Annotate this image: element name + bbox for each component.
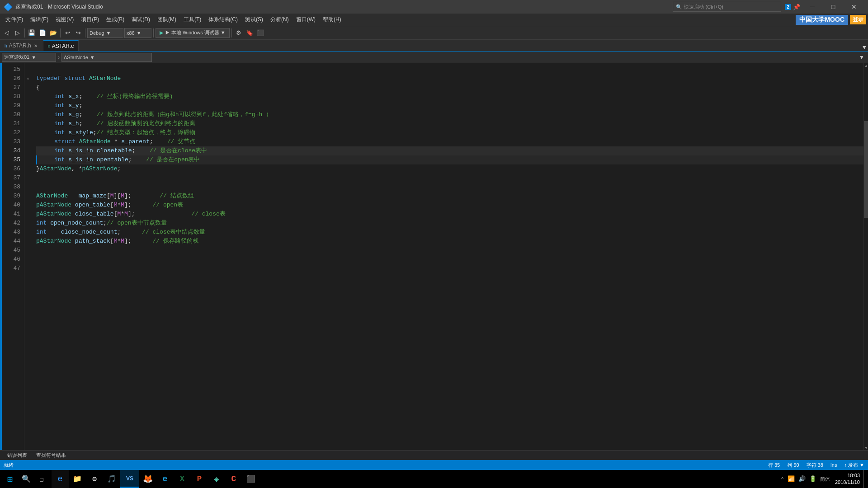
menu-project[interactable]: 项目(P) — [77, 14, 103, 26]
toolbar-redo[interactable]: ↪ — [73, 28, 83, 38]
scroll-top-btn[interactable]: ▲ — [864, 63, 868, 68]
menu-arch[interactable]: 体系结构(C) — [205, 14, 241, 26]
loc-expand[interactable]: ▼ — [859, 54, 866, 61]
collapse-btn-26[interactable]: ▽ — [24, 74, 32, 83]
tray-keyboard[interactable]: 简体 — [819, 476, 831, 483]
tab-icon-h: h — [5, 43, 7, 48]
taskbar-icon-settings[interactable]: ⚙ — [86, 470, 103, 488]
debug-config-dropdown[interactable]: Debug ▼ — [87, 28, 123, 38]
platform-dropdown[interactable]: x86 ▼ — [124, 28, 151, 38]
toolbar-sep5 — [231, 28, 232, 38]
menu-test[interactable]: 测试(S) — [241, 14, 267, 26]
start-button[interactable]: ⊞ — [1, 470, 19, 488]
status-ins: Ins — [830, 462, 837, 468]
line-26: 26 — [2, 74, 20, 83]
toolbar-sep1 — [24, 28, 25, 38]
taskbar-icon-excel[interactable]: X — [174, 470, 191, 488]
taskbar-icon-unknown2[interactable]: C — [225, 470, 242, 488]
menu-view[interactable]: 视图(V) — [52, 14, 77, 26]
symbol-dropdown[interactable]: AStarNode ▼ — [61, 53, 152, 62]
status-ready: 就绪 — [4, 462, 14, 469]
toolbar-misc3[interactable]: ⬛ — [255, 28, 265, 38]
login-button[interactable]: 登录 — [850, 15, 866, 24]
app-icon: 🔷 — [4, 3, 13, 11]
tray-time[interactable]: 18:03 2018/11/10 — [832, 472, 863, 486]
project-dropdown[interactable]: 迷宫游戏01 ▼ — [2, 53, 56, 62]
code-line-37 — [36, 174, 863, 183]
scroll-bottom-btn[interactable]: ▼ — [864, 446, 868, 450]
run-button[interactable]: ▶ ▶ 本地 Windows 调试器 ▼ — [156, 28, 230, 38]
menu-file[interactable]: 文件(F) — [2, 14, 27, 26]
code-line-47 — [36, 264, 863, 273]
toolbar-save[interactable]: 💾 — [27, 28, 37, 38]
taskbar-icon-media[interactable]: 🎵 — [103, 470, 120, 488]
code-line-30: int s_g; // 起点到此点的距离（由g和h可以得到f，此处f省略，f=g… — [36, 110, 863, 119]
code-line-42: int open_node_count;// open表中节点数量 — [36, 219, 863, 228]
tray-volume[interactable]: 🔊 — [797, 475, 807, 483]
search-taskbar[interactable]: 🔍 — [19, 470, 33, 488]
tab-astar-c[interactable]: c ASTAR.c — [43, 40, 79, 51]
menu-team[interactable]: 团队(M) — [154, 14, 180, 26]
taskbar-icon-ie[interactable]: e — [156, 470, 174, 488]
menu-tools[interactable]: 工具(T) — [180, 14, 205, 26]
panel-tab-find[interactable]: 查找符号结果 — [33, 450, 70, 460]
tray-network[interactable]: 📶 — [786, 475, 796, 483]
line-37: 37 — [2, 174, 20, 183]
menu-debug[interactable]: 调试(D) — [128, 14, 154, 26]
tab-astar-h[interactable]: h ASTAR.h ✕ — [0, 40, 43, 51]
toolbar-sep3 — [85, 28, 85, 38]
status-row[interactable]: 行 35 — [768, 462, 780, 469]
status-char: 字符 38 — [807, 462, 823, 469]
tab-close-h[interactable]: ✕ — [33, 43, 38, 49]
toolbar-misc[interactable]: ⚙ — [234, 28, 244, 38]
menu-build[interactable]: 生成(B) — [103, 14, 128, 26]
line-30: 30 — [2, 110, 20, 119]
code-line-27: { — [36, 83, 863, 92]
code-line-29: int s_y; — [36, 101, 863, 110]
status-publish[interactable]: ↑ 发布 ▼ — [844, 462, 865, 469]
menu-help[interactable]: 帮助(H) — [319, 14, 345, 26]
titlebar: 🔷 迷宫游戏01 - Microsoft Visual Studio 🔍 快速启… — [0, 0, 868, 14]
task-view[interactable]: ❑ — [33, 470, 50, 488]
tray-chevron[interactable]: ⌃ — [779, 476, 785, 482]
code-editor[interactable]: typedef struct AStarNode { int s_x; // 坐… — [32, 63, 863, 450]
taskbar-icon-edge[interactable]: e — [52, 470, 69, 488]
vertical-scrollbar[interactable]: ▲ ▼ — [863, 63, 868, 450]
taskbar-icon-unknown3[interactable]: ⬛ — [242, 470, 259, 488]
toolbar-undo[interactable]: ↩ — [62, 28, 72, 38]
taskbar-icon-firefox[interactable]: 🦊 — [139, 470, 156, 488]
show-desktop[interactable] — [863, 470, 866, 488]
taskbar-pinned: e 📁 ⚙ 🎵 VS 🦊 e X P ◈ C ⬛ — [52, 470, 259, 488]
scrollbar-thumb[interactable] — [864, 121, 868, 218]
status-col[interactable]: 列 50 — [787, 462, 799, 469]
taskbar-icon-unknown1[interactable]: ◈ — [208, 470, 225, 488]
toolbar-back[interactable]: ◁ — [2, 28, 12, 38]
line-34: 34 — [2, 146, 20, 155]
taskbar-icon-ppt[interactable]: P — [191, 470, 208, 488]
line-44: 44 — [2, 237, 20, 246]
menu-edit[interactable]: 编辑(E) — [27, 14, 52, 26]
line-41: 41 — [2, 210, 20, 219]
taskbar-icon-vs[interactable]: VS — [120, 470, 139, 488]
code-line-28: int s_x; // 坐标(最终输出路径需要) — [36, 92, 863, 101]
loc-arrow: › — [58, 54, 60, 61]
code-line-31: int s_h; // 启发函数预测的此点到终点的距离 — [36, 119, 863, 128]
title-search-box[interactable]: 🔍 快速启动 (Ctrl+Q) — [673, 2, 781, 12]
taskbar-icon-explorer[interactable]: 📁 — [69, 470, 86, 488]
menu-analyze[interactable]: 分析(N) — [267, 14, 292, 26]
panel-tab-errors[interactable]: 错误列表 — [4, 450, 31, 460]
tray-battery[interactable]: 🔋 — [808, 475, 818, 483]
toolbar-misc2[interactable]: 🔖 — [245, 28, 255, 38]
close-button[interactable]: ✕ — [844, 0, 864, 14]
bottom-panel: 错误列表 查找符号结果 — [0, 450, 868, 460]
toolbar-new[interactable]: 📄 — [38, 28, 47, 38]
toolbar-forward[interactable]: ▷ — [13, 28, 23, 38]
minimize-button[interactable]: ─ — [802, 0, 823, 14]
line-35: 35 — [2, 155, 20, 164]
tab-dropdown[interactable]: ▼ — [861, 44, 868, 51]
toolbar-open[interactable]: 📂 — [48, 28, 58, 38]
maximize-button[interactable]: □ — [823, 0, 844, 14]
line-46: 46 — [2, 255, 20, 264]
code-line-40: pAStarNode open_table[M*M]; // open表 — [36, 201, 863, 210]
menu-window[interactable]: 窗口(W) — [292, 14, 319, 26]
